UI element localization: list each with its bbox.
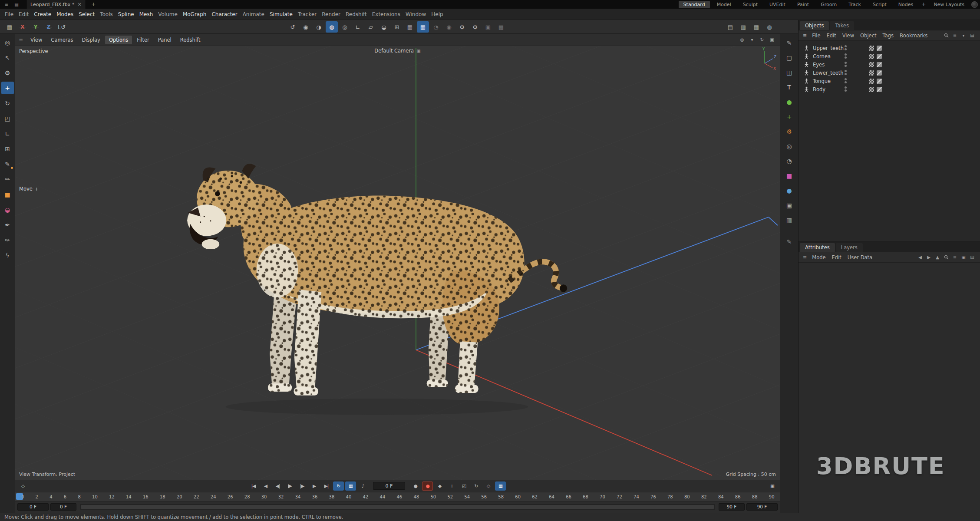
menu-window[interactable]: Window <box>403 10 429 19</box>
keyframe-selection-button[interactable]: ◆ <box>434 481 445 491</box>
objects-menu-tags[interactable]: Tags <box>880 32 897 40</box>
menu-tracker[interactable]: Tracker <box>295 10 319 19</box>
object-row-cornea[interactable]: Cornea <box>799 52 980 60</box>
edges-mode-icon[interactable]: ◔ <box>783 155 796 167</box>
rotate-tool-icon[interactable]: ↻ <box>1 97 14 109</box>
selection-tool-icon[interactable]: ↖ <box>1 51 14 64</box>
attributes-menu-edit[interactable]: Edit <box>829 254 845 261</box>
viewport-canvas[interactable]: Perspective Default Camera ▣ Move + Y Z … <box>15 46 780 480</box>
texture-tag-icon[interactable] <box>869 46 874 51</box>
tab-attributes[interactable]: Attributes <box>800 243 835 252</box>
workplane-icon[interactable]: ▱ <box>365 21 377 33</box>
menu-character[interactable]: Character <box>209 10 240 19</box>
object-tree[interactable]: Upper_teethCorneaEyesLower_teethTongueBo… <box>799 41 980 242</box>
filter-icon[interactable]: ≡ <box>951 254 959 261</box>
menu-spline[interactable]: Spline <box>115 10 137 19</box>
app-menu-icon[interactable]: ≡ <box>3 1 10 8</box>
simulation-icon[interactable]: ⚙ <box>783 125 796 138</box>
menu-mograph[interactable]: MoGraph <box>180 10 209 19</box>
visibility-dots[interactable] <box>845 70 847 75</box>
objects-menu-icon[interactable]: ≡ <box>801 33 809 38</box>
menu-help[interactable]: Help <box>429 10 445 19</box>
menu-edit[interactable]: Edit <box>16 10 31 19</box>
layout-tab-track[interactable]: Track <box>844 1 866 8</box>
material-tag-icon[interactable] <box>877 79 882 84</box>
window-split-icon[interactable]: ▤ <box>13 1 20 8</box>
show-tracks-button[interactable]: ▦ <box>345 481 356 491</box>
objects-menu-view[interactable]: View <box>839 32 857 40</box>
preview-end-field[interactable]: 90 F <box>719 503 745 511</box>
new-layouts-button[interactable]: New Layouts <box>929 2 969 7</box>
guides-icon[interactable]: ◔ <box>430 21 442 33</box>
viewport-toggle-icon[interactable]: ▣ <box>768 36 776 44</box>
joint-tool-icon[interactable]: ϟ <box>1 249 14 261</box>
texture-tag-icon[interactable] <box>869 70 874 76</box>
orbit-view-icon[interactable]: ↺ <box>287 21 299 33</box>
add-tab-button[interactable]: + <box>89 1 98 7</box>
view-mode-icon[interactable]: ▾ <box>960 32 967 39</box>
viewport-menu-options[interactable]: Options <box>105 36 132 44</box>
object-label[interactable]: Upper_teeth <box>813 45 844 51</box>
menu-animate[interactable]: Animate <box>240 10 267 19</box>
layout-tab-script[interactable]: Script <box>868 1 891 8</box>
make-editable-icon[interactable]: ✎ <box>783 37 796 49</box>
playback-loop-button[interactable]: ↻ <box>333 481 344 491</box>
visibility-dots[interactable] <box>845 78 847 83</box>
camera-label[interactable]: Default Camera ▣ <box>374 48 420 54</box>
layout-tab-nodes[interactable]: Nodes <box>894 1 918 8</box>
menu-select[interactable]: Select <box>76 10 97 19</box>
autokey-button[interactable]: ● <box>422 481 433 491</box>
menu-extensions[interactable]: Extensions <box>370 10 403 19</box>
timeline-start-field[interactable]: 0 F <box>17 503 49 511</box>
record-button[interactable]: ● <box>410 481 421 491</box>
panel-menu-icon[interactable]: ▤ <box>968 254 976 261</box>
lock-y-button[interactable]: Y <box>30 21 42 33</box>
attributes-menu-mode[interactable]: Mode <box>809 254 828 261</box>
viewport-menu-display[interactable]: Display <box>78 36 104 44</box>
menu-create[interactable]: Create <box>31 10 54 19</box>
viewport-pin-icon[interactable]: ▾ <box>748 36 756 44</box>
camera-icon[interactable]: ◉ <box>300 21 312 33</box>
next-key-button[interactable]: ▶ <box>309 481 320 491</box>
zoom-tool-icon[interactable]: ◎ <box>1 36 14 49</box>
go-to-start-button[interactable]: |◀ <box>248 481 259 491</box>
texture-mode-icon[interactable]: ◫ <box>783 66 796 79</box>
search-icon[interactable] <box>942 254 950 261</box>
points-mode-icon[interactable]: ◎ <box>783 140 796 152</box>
grid-icon[interactable]: ▦ <box>404 21 416 33</box>
objects-menu-bookmarks[interactable]: Bookmarks <box>897 32 931 40</box>
objects-menu-edit[interactable]: Edit <box>823 32 839 40</box>
camera-menu-icon[interactable]: ▣ <box>416 49 420 53</box>
object-row-tongue[interactable]: Tongue <box>799 77 980 85</box>
shading-sphere-icon[interactable]: ◑ <box>313 21 325 33</box>
history-back-icon[interactable]: ◀ <box>916 254 924 261</box>
screen-space-icon[interactable]: ▥ <box>783 214 796 226</box>
object-row-eyes[interactable]: Eyes <box>799 60 980 69</box>
layout-tab-standard[interactable]: Standard <box>679 1 710 8</box>
menu-render[interactable]: Render <box>319 10 343 19</box>
object-label[interactable]: Lower_teeth <box>813 70 844 76</box>
account-avatar[interactable] <box>971 1 978 8</box>
object-label[interactable]: Body <box>813 86 825 92</box>
team-render-button[interactable]: ◍ <box>763 21 775 33</box>
search-icon[interactable] <box>942 32 950 39</box>
axis-lock-icon[interactable]: ∟ <box>1 127 14 140</box>
dynamic-guides-icon[interactable]: ◉ <box>443 21 455 33</box>
viewport-display-icon[interactable]: ◍ <box>738 36 746 44</box>
record-rotation-button[interactable]: ↻ <box>471 481 482 491</box>
visibility-dots[interactable] <box>845 53 847 59</box>
lock-icon[interactable]: ▣ <box>960 254 967 261</box>
menu-modes[interactable]: Modes <box>54 10 76 19</box>
object-label[interactable]: Tongue <box>813 78 831 84</box>
scale-tool-icon[interactable]: ◰ <box>1 112 14 125</box>
material-tag-icon[interactable] <box>877 54 882 59</box>
annotate-pen-icon[interactable]: ✎ <box>783 236 796 248</box>
record-parameter-button[interactable]: ◇ <box>483 481 494 491</box>
set-keyframe-button[interactable]: ◇ <box>17 481 28 491</box>
lock-z-button[interactable]: Z <box>43 21 55 33</box>
tab-objects[interactable]: Objects <box>800 21 829 30</box>
model-mode-icon[interactable]: ▢ <box>783 52 796 64</box>
history-forward-icon[interactable]: ▶ <box>925 254 933 261</box>
quantize-icon[interactable]: ⊞ <box>391 21 403 33</box>
object-label[interactable]: Cornea <box>813 53 831 59</box>
